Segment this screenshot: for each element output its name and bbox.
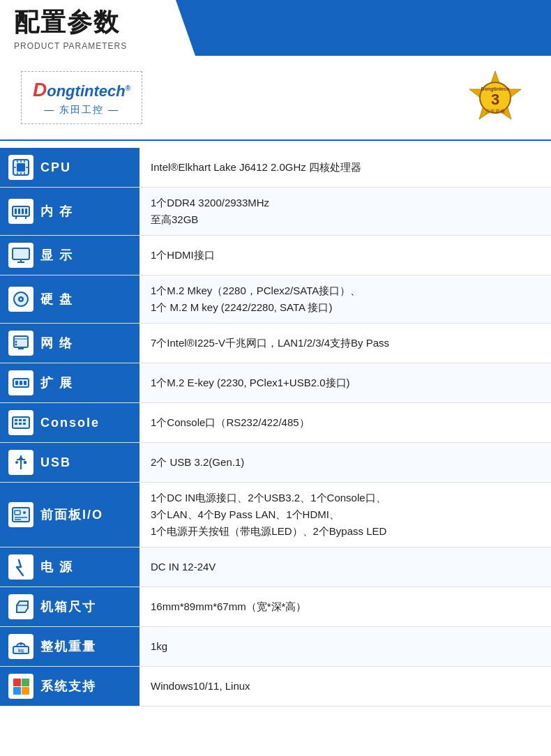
usb-icon [8, 450, 33, 475]
spec-value-expansion: 1个M.2 E-key (2230, PClex1+USB2.0接口) [139, 363, 551, 403]
display-icon [8, 243, 33, 268]
spec-label-display: 显 示 [0, 236, 139, 275]
storage-icon [8, 287, 33, 312]
spec-row-cpu: CPUIntel®Elkhart Lake J6412 2.0GHz 四核处理器 [0, 148, 551, 188]
spec-label-text-front-io: 前面板I/O [40, 506, 103, 523]
spec-row-front-io: 前面板I/O1个DC IN电源接口、2个USB3.2、1个Console口、3个… [0, 483, 551, 547]
svg-rect-36 [20, 381, 22, 385]
svg-rect-42 [15, 423, 17, 425]
spec-row-console: Console1个Console口（RS232/422/485） [0, 403, 551, 443]
spec-label-text-os: 系统支持 [40, 678, 96, 695]
front-io-icon [8, 502, 33, 527]
svg-rect-61 [13, 679, 21, 686]
spec-label-expansion: 扩 展 [0, 363, 139, 403]
spec-label-text-storage: 硬 盘 [40, 291, 73, 308]
spec-label-front-io: 前面板I/O [0, 483, 139, 547]
page-title-en: PRODUCT PARAMETERS [14, 41, 160, 51]
memory-icon [8, 199, 33, 224]
cpu-icon [8, 155, 33, 180]
spec-label-network: 网 络 [0, 324, 139, 363]
svg-rect-18 [15, 209, 17, 214]
svg-rect-6 [17, 163, 25, 172]
svg-rect-35 [15, 381, 18, 385]
spec-label-text-dimensions: 机箱尺寸 [40, 598, 96, 615]
spec-value-cpu: Intel®Elkhart Lake J6412 2.0GHz 四核处理器 [139, 148, 551, 188]
spec-value-display: 1个HDMI接口 [139, 236, 551, 275]
svg-point-52 [23, 511, 26, 514]
spec-label-power: 电 源 [0, 547, 139, 587]
spec-row-display: 显 示1个HDMI接口 [0, 236, 551, 275]
spec-label-text-display: 显 示 [40, 247, 73, 264]
spec-value-os: Windows10/11, Linux [139, 667, 551, 706]
svg-point-59 [20, 642, 22, 645]
spec-row-expansion: 扩 展1个M.2 E-key (2230, PClex1+USB2.0接口) [0, 363, 551, 403]
svg-rect-48 [24, 461, 27, 464]
spec-label-text-power: 电 源 [40, 559, 73, 575]
svg-rect-40 [19, 419, 22, 421]
spec-row-network: 网 络7个Intel®I225-V千兆网口，LAN1/2/3/4支持By Pas… [0, 324, 551, 363]
network-icon [8, 331, 33, 356]
spec-value-network: 7个Intel®I225-V千兆网口，LAN1/2/3/4支持By Pass [139, 324, 551, 363]
badge-star-svg: Dongtintech 3 三年质保 [467, 70, 523, 126]
section-divider [0, 139, 551, 141]
spec-table: CPUIntel®Elkhart Lake J6412 2.0GHz 四核处理器… [0, 148, 551, 706]
spec-value-memory: 1个DDR4 3200/2933MHz至高32GB [139, 188, 551, 236]
svg-rect-19 [18, 209, 20, 214]
svg-point-27 [20, 298, 22, 301]
spec-label-storage: 硬 盘 [0, 275, 139, 324]
spec-row-power: 电 源DC IN 12-24V [0, 547, 551, 587]
warranty-badge: Dongtintech 3 三年质保 [467, 70, 523, 126]
svg-point-31 [15, 344, 17, 346]
spec-value-console: 1个Console口（RS232/422/485） [139, 403, 551, 443]
page-title-cn: 配置参数 [14, 6, 160, 40]
svg-point-47 [15, 461, 18, 464]
svg-text:3: 3 [491, 91, 499, 108]
page-header: 配置参数 PRODUCT PARAMETERS [0, 0, 551, 56]
badge-container: Dongtintech 3 三年质保 [467, 70, 523, 126]
spec-label-text-expansion: 扩 展 [40, 375, 73, 391]
spec-label-dimensions: 机箱尺寸 [0, 587, 139, 627]
svg-point-30 [15, 341, 17, 343]
svg-text:kg: kg [18, 648, 24, 653]
svg-rect-37 [24, 381, 27, 385]
spec-row-memory: 内 存1个DDR4 3200/2933MHz至高32GB [0, 188, 551, 236]
brand-d-letter: D [33, 79, 47, 100]
spec-label-text-network: 网 络 [40, 335, 73, 351]
spec-label-cpu: CPU [0, 148, 139, 188]
spec-label-memory: 内 存 [0, 188, 139, 236]
spec-value-usb: 2个 USB 3.2(Gen.1) [139, 443, 551, 483]
svg-rect-43 [19, 423, 22, 425]
svg-rect-63 [13, 687, 21, 695]
spec-label-text-weight: 整机重量 [40, 638, 96, 655]
power-icon [8, 554, 33, 580]
svg-text:三年质保: 三年质保 [485, 109, 505, 114]
svg-rect-20 [22, 209, 24, 214]
svg-rect-41 [23, 419, 26, 421]
spec-label-usb: USB [0, 443, 139, 483]
spec-row-dimensions: 机箱尺寸16mm*89mm*67mm（宽*深*高） [0, 587, 551, 627]
brand-area: Dongtintech® — 东田工控 — Dongtintech 3 三年质保 [0, 56, 551, 139]
expansion-icon [8, 370, 33, 395]
console-icon [8, 410, 33, 435]
svg-rect-44 [23, 423, 26, 425]
spec-value-storage: 1个M.2 Mkey（2280，PClex2/SATA接口）、1个 M.2 M … [139, 275, 551, 324]
dimensions-icon [8, 594, 33, 619]
spec-value-power: DC IN 12-24V [139, 547, 551, 587]
spec-value-front-io: 1个DC IN电源接口、2个USB3.2、1个Console口、3个LAN、4个… [139, 483, 551, 547]
spec-label-text-console: Console [40, 416, 100, 430]
svg-rect-39 [15, 419, 17, 421]
os-icon [8, 674, 33, 699]
spec-label-text-usb: USB [40, 455, 71, 470]
spec-row-storage: 硬 盘1个M.2 Mkey（2280，PClex2/SATA接口）、1个 M.2… [0, 275, 551, 324]
svg-marker-49 [19, 455, 23, 459]
spec-row-os: 系统支持Windows10/11, Linux [0, 667, 551, 706]
brand-logo-name: Dongtintech® [33, 79, 130, 101]
brand-logo-tagline: — 东田工控 — [44, 104, 119, 116]
spec-row-weight: kg整机重量1kg [0, 627, 551, 667]
spec-label-text-cpu: CPU [40, 160, 71, 175]
spec-value-dimensions: 16mm*89mm*67mm（宽*深*高） [139, 587, 551, 627]
spec-row-usb: USB2个 USB 3.2(Gen.1) [0, 443, 551, 483]
spec-label-os: 系统支持 [0, 667, 139, 706]
header-title-block: 配置参数 PRODUCT PARAMETERS [0, 0, 195, 56]
svg-rect-21 [25, 209, 27, 214]
